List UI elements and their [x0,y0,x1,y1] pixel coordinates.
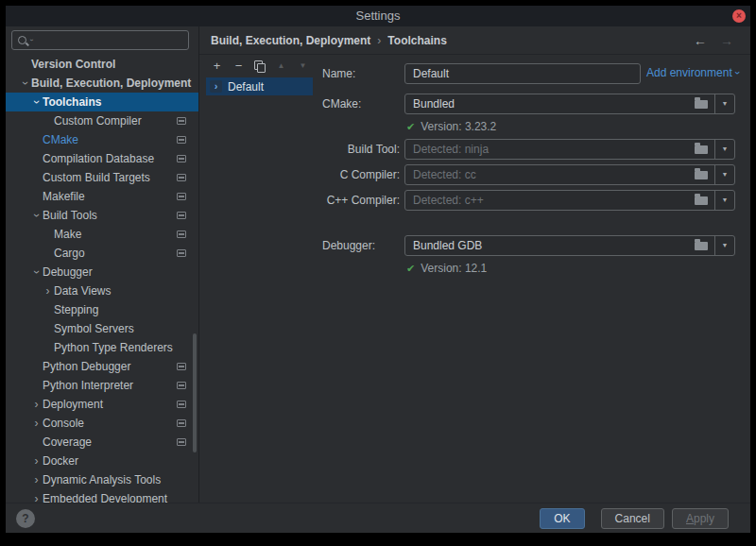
sidebar-item-docker[interactable]: ›Docker [6,452,198,470]
sidebar-item-build-tools[interactable]: ›Build Tools [6,206,198,225]
chevron-right-icon[interactable]: › [30,414,43,433]
chevron-down-icon[interactable]: › [16,77,35,90]
cpp-compiler-label: C++ Compiler: [322,190,400,211]
chevron-down-icon[interactable]: › [27,96,46,109]
sidebar-item-label: Toolchains [43,93,101,111]
chevron-down-icon[interactable]: ▼ [714,94,734,113]
search-input[interactable]: › [11,30,189,50]
sidebar-item-debugger[interactable]: ›Debugger [6,263,198,282]
cancel-button[interactable]: Cancel [601,508,664,529]
c-compiler-combobox[interactable]: Detected: cc ▼ [404,164,735,185]
screen-icon [177,230,186,238]
browse-folder-icon[interactable] [695,196,708,205]
screen-icon [177,136,186,144]
screen-icon [177,193,186,200]
breadcrumb-part-parent[interactable]: Build, Execution, Deployment [211,34,370,47]
add-environment-link[interactable]: Add environment› [646,66,739,79]
chevron-down-icon[interactable]: › [27,266,46,279]
help-icon[interactable]: ? [16,509,35,528]
toolchain-list-item-default[interactable]: › Default [206,77,313,95]
sidebar-item-build-execution-deployment[interactable]: ›Build, Execution, Deployment [6,74,198,93]
cpp-compiler-combobox[interactable]: Detected: c++ ▼ [404,190,735,211]
sidebar-item-label: CMake [43,130,78,149]
build-tool-label: Build Tool: [322,139,400,160]
chevron-right-icon[interactable]: › [42,282,54,300]
screen-icon [177,212,186,219]
sidebar-item-cmake[interactable]: CMake [6,130,198,149]
browse-folder-icon[interactable] [695,242,708,250]
copy-toolchain-icon[interactable] [254,60,266,72]
c-compiler-label: C Compiler: [322,164,400,185]
debugger-combobox[interactable]: Bundled GDB ▼ [404,235,735,256]
build-tool-combobox[interactable]: Detected: ninja ▼ [404,139,735,160]
sidebar-item-toolchains[interactable]: ›Toolchains [6,93,198,111]
sidebar-item-custom-compiler[interactable]: Custom Compiler [6,111,198,130]
dialog-title: Settings [6,6,750,26]
browse-folder-icon[interactable] [695,145,708,154]
move-down-icon[interactable]: ▼ [297,60,309,73]
sidebar-item-python-interpreter[interactable]: Python Interpreter [6,376,198,395]
apply-button[interactable]: Apply [672,508,729,529]
sidebar-item-label: Dynamic Analysis Tools [43,470,161,489]
toolchains-content: + − ▲ ▼ › Default Name: Default [199,56,750,503]
search-options-chevron-icon[interactable]: › [28,39,35,41]
sidebar-item-label: Data Views [54,282,111,300]
name-label: Name: [322,63,400,84]
name-field[interactable]: Default [404,63,641,84]
sidebar-item-symbol-servers[interactable]: Symbol Servers [6,319,198,338]
sidebar-item-dynamic-analysis-tools[interactable]: ›Dynamic Analysis Tools [6,470,198,489]
chevron-right-icon[interactable]: › [30,452,43,470]
screen: Settings × › Version Control›Build, Exec… [0,0,756,546]
cmake-label: CMake: [322,94,400,114]
sidebar-item-label: Stepping [54,300,98,319]
breadcrumb-separator: › [377,34,381,47]
sidebar-item-data-views[interactable]: ›Data Views [6,282,198,300]
settings-sidebar: › Version Control›Build, Execution, Depl… [6,26,199,503]
title-bar[interactable]: Settings × [6,6,750,26]
back-arrow-icon[interactable]: ← [694,26,707,55]
sidebar-item-makefile[interactable]: Makefile [6,187,198,206]
sidebar-item-compilation-database[interactable]: Compilation Database [6,149,198,168]
browse-folder-icon[interactable] [695,171,708,179]
sidebar-item-label: Console [43,414,84,433]
sidebar-item-console[interactable]: ›Console [6,414,198,433]
sidebar-item-deployment[interactable]: ›Deployment [6,395,198,414]
forward-arrow-icon[interactable]: → [720,26,733,55]
sidebar-item-label: Makefile [43,187,85,206]
chevron-right-icon[interactable]: › [30,470,43,489]
chevron-down-icon[interactable]: ▼ [714,191,734,210]
cmake-version-status: ✔Version: 3.23.2 [406,120,496,133]
chevron-down-icon[interactable]: › [27,210,46,222]
screen-icon [177,419,186,427]
cmake-combobox[interactable]: Bundled ▼ [404,94,735,114]
sidebar-item-make[interactable]: Make [6,225,198,244]
sidebar-item-python-debugger[interactable]: Python Debugger [6,357,198,376]
sidebar-item-cargo[interactable]: Cargo [6,244,198,263]
sidebar-item-label: Custom Build Targets [43,168,150,187]
dialog-body: › Version Control›Build, Execution, Depl… [6,26,750,503]
sidebar-scrollbar[interactable] [193,333,197,452]
move-up-icon[interactable]: ▲ [275,60,287,73]
screen-icon [177,401,186,408]
sidebar-item-stepping[interactable]: Stepping [6,300,198,319]
chevron-down-icon[interactable]: ▼ [714,165,734,184]
toolchain-item-label: Default [228,80,264,94]
remove-toolchain-button[interactable]: − [232,60,245,73]
sidebar-item-label: Compilation Database [43,149,154,168]
browse-folder-icon[interactable] [695,100,708,109]
screen-icon [177,363,186,370]
chevron-down-icon[interactable]: ▼ [714,236,734,255]
chevron-down-icon[interactable]: ▼ [714,140,734,159]
search-icon [18,36,26,44]
close-icon[interactable]: × [732,9,746,23]
sidebar-item-label: Debugger [43,263,93,282]
ok-button[interactable]: OK [540,508,584,529]
sidebar-item-version-control[interactable]: Version Control [6,55,198,74]
settings-main-panel: Build, Execution, Deployment›Toolchains … [199,26,750,503]
debugger-label: Debugger: [322,235,400,256]
sidebar-item-python-type-renderers[interactable]: Python Type Renderers [6,338,198,357]
add-toolchain-button[interactable]: + [211,60,223,73]
sidebar-item-custom-build-targets[interactable]: Custom Build Targets [6,168,198,187]
chevron-right-icon[interactable]: › [30,395,43,414]
sidebar-item-coverage[interactable]: Coverage [6,433,198,452]
